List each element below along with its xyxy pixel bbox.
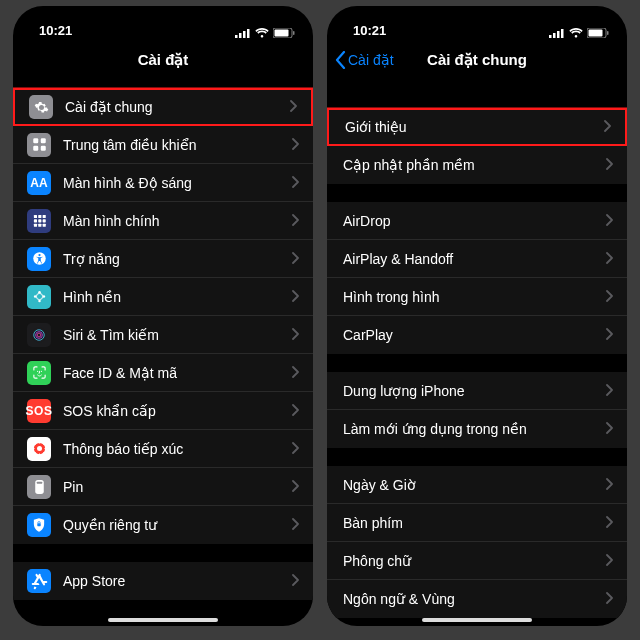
svg-rect-5 (275, 30, 289, 37)
svg-rect-11 (33, 215, 36, 218)
general-row[interactable]: AirPlay & Handoff (327, 240, 627, 278)
svg-rect-18 (38, 224, 41, 227)
row-label: Quyền riêng tư (63, 517, 292, 533)
chevron-right-icon (292, 440, 299, 458)
chevron-left-icon (335, 51, 346, 69)
svg-line-42 (43, 444, 44, 445)
row-label: CarPlay (343, 327, 606, 343)
settings-row[interactable]: AAMàn hình & Độ sáng (13, 164, 313, 202)
settings-row[interactable]: Màn hình chính (13, 202, 313, 240)
settings-row[interactable]: SOSSOS khẩn cấp (13, 392, 313, 430)
status-time: 10:21 (39, 23, 72, 38)
back-button[interactable]: Cài đặt (335, 40, 394, 80)
general-row[interactable]: CarPlay (327, 316, 627, 354)
control-center-icon (27, 133, 51, 157)
settings-row[interactable]: Hình nền (13, 278, 313, 316)
status-time: 10:21 (353, 23, 386, 38)
settings-row[interactable]: Cài đặt chung (13, 88, 313, 126)
general-row[interactable]: Hình trong hình (327, 278, 627, 316)
row-label: Màn hình chính (63, 213, 292, 229)
row-label: Giới thiệu (345, 119, 604, 135)
privacy-icon (27, 513, 51, 537)
settings-row[interactable]: App Store (13, 562, 313, 600)
settings-row[interactable]: Trợ năng (13, 240, 313, 278)
chevron-right-icon (292, 174, 299, 192)
chevron-right-icon (292, 250, 299, 268)
row-label: Làm mới ứng dụng trong nền (343, 421, 606, 437)
general-row[interactable]: Giới thiệu (327, 108, 627, 146)
chevron-right-icon (606, 514, 613, 532)
general-row[interactable]: Dung lượng iPhone (327, 372, 627, 410)
row-label: Màn hình & Độ sáng (63, 175, 292, 191)
wallpaper-icon (27, 285, 51, 309)
chevron-right-icon (606, 552, 613, 570)
svg-rect-10 (40, 146, 45, 151)
svg-rect-7 (33, 138, 38, 143)
chevron-right-icon (292, 212, 299, 230)
chevron-right-icon (604, 118, 611, 136)
navbar-general: Cài đặt Cài đặt chung (327, 40, 627, 80)
svg-rect-14 (33, 219, 36, 222)
navbar-settings: Cài đặt (13, 40, 313, 80)
home-indicator[interactable] (422, 618, 532, 622)
general-row[interactable]: Bàn phím (327, 504, 627, 542)
row-label: Trợ năng (63, 251, 292, 267)
general-list[interactable]: Giới thiệuCập nhật phần mềmAirDropAirPla… (327, 80, 627, 626)
settings-list[interactable]: Cài đặt chungTrung tâm điều khiểnAAMàn h… (13, 80, 313, 626)
signal-icon (235, 28, 251, 38)
general-row[interactable]: Ngôn ngữ & Vùng (327, 580, 627, 618)
chevron-right-icon (606, 156, 613, 174)
svg-rect-49 (561, 29, 564, 38)
row-label: Ngày & Giờ (343, 477, 606, 493)
svg-rect-52 (607, 31, 609, 35)
siri-icon (27, 323, 51, 347)
chevron-right-icon (292, 288, 299, 306)
settings-row[interactable]: Quyền riêng tư (13, 506, 313, 544)
row-label: Pin (63, 479, 292, 495)
svg-rect-48 (557, 31, 560, 38)
page-title: Cài đặt (138, 51, 189, 69)
row-label: AirPlay & Handoff (343, 251, 606, 267)
general-row[interactable]: Ngày & Giờ (327, 466, 627, 504)
row-label: AirDrop (343, 213, 606, 229)
chevron-right-icon (606, 326, 613, 344)
settings-row[interactable]: Thông báo tiếp xúc (13, 430, 313, 468)
general-row[interactable]: Làm mới ứng dụng trong nền (327, 410, 627, 448)
row-label: Trung tâm điều khiển (63, 137, 292, 153)
general-row[interactable]: Cập nhật phần mềm (327, 146, 627, 184)
notch (93, 6, 233, 28)
svg-rect-44 (36, 481, 41, 483)
svg-rect-47 (553, 33, 556, 38)
chevron-right-icon (292, 326, 299, 344)
phone-settings: 10:21 Cài đặt Cài đặt chungTrung tâm điề… (13, 6, 313, 626)
svg-point-31 (37, 371, 38, 372)
general-row[interactable]: Phông chữ (327, 542, 627, 580)
row-label: Bàn phím (343, 515, 606, 531)
exposure-icon (27, 437, 51, 461)
svg-rect-0 (235, 35, 238, 38)
home-indicator[interactable] (108, 618, 218, 622)
svg-line-39 (34, 444, 35, 445)
signal-icon (549, 28, 565, 38)
chevron-right-icon (290, 98, 297, 116)
display-icon: AA (27, 171, 51, 195)
general-row[interactable]: AirDrop (327, 202, 627, 240)
sos-icon: SOS (27, 399, 51, 423)
svg-point-24 (38, 300, 41, 303)
settings-row[interactable]: Siri & Tìm kiếm (13, 316, 313, 354)
svg-rect-2 (243, 31, 246, 38)
svg-point-21 (38, 254, 40, 256)
settings-row[interactable]: Trung tâm điều khiển (13, 126, 313, 164)
settings-row[interactable]: Face ID & Mật mã (13, 354, 313, 392)
svg-rect-45 (37, 523, 40, 526)
svg-point-34 (37, 446, 42, 451)
svg-rect-15 (38, 219, 41, 222)
chevron-right-icon (292, 516, 299, 534)
svg-line-40 (43, 452, 44, 453)
gear-icon (29, 95, 53, 119)
row-label: Siri & Tìm kiếm (63, 327, 292, 343)
svg-rect-12 (38, 215, 41, 218)
chevron-right-icon (606, 590, 613, 608)
settings-row[interactable]: Pin (13, 468, 313, 506)
chevron-right-icon (292, 136, 299, 154)
